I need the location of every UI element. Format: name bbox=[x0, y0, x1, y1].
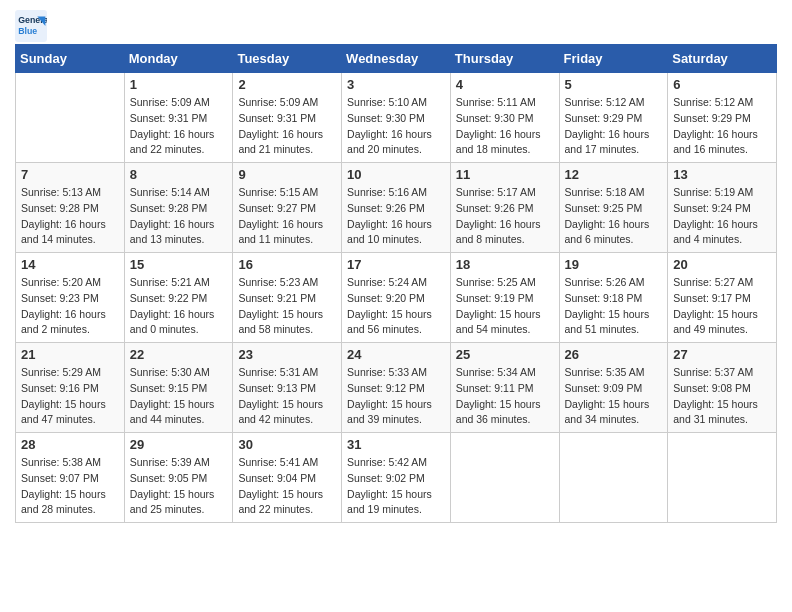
calendar-cell: 19Sunrise: 5:26 AMSunset: 9:18 PMDayligh… bbox=[559, 253, 668, 343]
calendar-cell: 9Sunrise: 5:15 AMSunset: 9:27 PMDaylight… bbox=[233, 163, 342, 253]
header-saturday: Saturday bbox=[668, 45, 777, 73]
calendar-header-row: SundayMondayTuesdayWednesdayThursdayFrid… bbox=[16, 45, 777, 73]
calendar-cell: 8Sunrise: 5:14 AMSunset: 9:28 PMDaylight… bbox=[124, 163, 233, 253]
day-number: 12 bbox=[565, 167, 663, 182]
day-number: 10 bbox=[347, 167, 445, 182]
day-number: 5 bbox=[565, 77, 663, 92]
day-number: 2 bbox=[238, 77, 336, 92]
calendar-cell: 11Sunrise: 5:17 AMSunset: 9:26 PMDayligh… bbox=[450, 163, 559, 253]
day-number: 8 bbox=[130, 167, 228, 182]
day-number: 26 bbox=[565, 347, 663, 362]
svg-text:Blue: Blue bbox=[18, 26, 37, 36]
calendar-week-3: 14Sunrise: 5:20 AMSunset: 9:23 PMDayligh… bbox=[16, 253, 777, 343]
header-monday: Monday bbox=[124, 45, 233, 73]
day-info: Sunrise: 5:30 AMSunset: 9:15 PMDaylight:… bbox=[130, 365, 228, 428]
calendar-cell: 2Sunrise: 5:09 AMSunset: 9:31 PMDaylight… bbox=[233, 73, 342, 163]
day-info: Sunrise: 5:14 AMSunset: 9:28 PMDaylight:… bbox=[130, 185, 228, 248]
calendar-cell: 16Sunrise: 5:23 AMSunset: 9:21 PMDayligh… bbox=[233, 253, 342, 343]
day-info: Sunrise: 5:10 AMSunset: 9:30 PMDaylight:… bbox=[347, 95, 445, 158]
calendar-cell: 13Sunrise: 5:19 AMSunset: 9:24 PMDayligh… bbox=[668, 163, 777, 253]
calendar-cell: 1Sunrise: 5:09 AMSunset: 9:31 PMDaylight… bbox=[124, 73, 233, 163]
calendar-cell bbox=[559, 433, 668, 523]
day-info: Sunrise: 5:16 AMSunset: 9:26 PMDaylight:… bbox=[347, 185, 445, 248]
calendar-cell: 10Sunrise: 5:16 AMSunset: 9:26 PMDayligh… bbox=[342, 163, 451, 253]
day-info: Sunrise: 5:18 AMSunset: 9:25 PMDaylight:… bbox=[565, 185, 663, 248]
calendar-week-4: 21Sunrise: 5:29 AMSunset: 9:16 PMDayligh… bbox=[16, 343, 777, 433]
day-number: 1 bbox=[130, 77, 228, 92]
day-info: Sunrise: 5:38 AMSunset: 9:07 PMDaylight:… bbox=[21, 455, 119, 518]
day-number: 24 bbox=[347, 347, 445, 362]
header-friday: Friday bbox=[559, 45, 668, 73]
calendar-cell: 21Sunrise: 5:29 AMSunset: 9:16 PMDayligh… bbox=[16, 343, 125, 433]
day-info: Sunrise: 5:39 AMSunset: 9:05 PMDaylight:… bbox=[130, 455, 228, 518]
day-number: 28 bbox=[21, 437, 119, 452]
calendar-cell: 14Sunrise: 5:20 AMSunset: 9:23 PMDayligh… bbox=[16, 253, 125, 343]
day-number: 19 bbox=[565, 257, 663, 272]
day-number: 7 bbox=[21, 167, 119, 182]
calendar-cell: 27Sunrise: 5:37 AMSunset: 9:08 PMDayligh… bbox=[668, 343, 777, 433]
calendar-cell bbox=[668, 433, 777, 523]
day-number: 25 bbox=[456, 347, 554, 362]
calendar-cell: 20Sunrise: 5:27 AMSunset: 9:17 PMDayligh… bbox=[668, 253, 777, 343]
calendar-cell: 12Sunrise: 5:18 AMSunset: 9:25 PMDayligh… bbox=[559, 163, 668, 253]
day-info: Sunrise: 5:31 AMSunset: 9:13 PMDaylight:… bbox=[238, 365, 336, 428]
day-info: Sunrise: 5:23 AMSunset: 9:21 PMDaylight:… bbox=[238, 275, 336, 338]
calendar-cell: 6Sunrise: 5:12 AMSunset: 9:29 PMDaylight… bbox=[668, 73, 777, 163]
day-info: Sunrise: 5:24 AMSunset: 9:20 PMDaylight:… bbox=[347, 275, 445, 338]
day-info: Sunrise: 5:37 AMSunset: 9:08 PMDaylight:… bbox=[673, 365, 771, 428]
logo: General Blue bbox=[15, 10, 51, 42]
calendar-cell: 5Sunrise: 5:12 AMSunset: 9:29 PMDaylight… bbox=[559, 73, 668, 163]
calendar-cell: 18Sunrise: 5:25 AMSunset: 9:19 PMDayligh… bbox=[450, 253, 559, 343]
day-number: 3 bbox=[347, 77, 445, 92]
day-number: 23 bbox=[238, 347, 336, 362]
calendar-cell: 31Sunrise: 5:42 AMSunset: 9:02 PMDayligh… bbox=[342, 433, 451, 523]
day-info: Sunrise: 5:25 AMSunset: 9:19 PMDaylight:… bbox=[456, 275, 554, 338]
day-number: 14 bbox=[21, 257, 119, 272]
day-info: Sunrise: 5:11 AMSunset: 9:30 PMDaylight:… bbox=[456, 95, 554, 158]
day-info: Sunrise: 5:20 AMSunset: 9:23 PMDaylight:… bbox=[21, 275, 119, 338]
day-number: 11 bbox=[456, 167, 554, 182]
day-number: 30 bbox=[238, 437, 336, 452]
day-info: Sunrise: 5:17 AMSunset: 9:26 PMDaylight:… bbox=[456, 185, 554, 248]
day-info: Sunrise: 5:41 AMSunset: 9:04 PMDaylight:… bbox=[238, 455, 336, 518]
calendar-cell: 7Sunrise: 5:13 AMSunset: 9:28 PMDaylight… bbox=[16, 163, 125, 253]
day-info: Sunrise: 5:21 AMSunset: 9:22 PMDaylight:… bbox=[130, 275, 228, 338]
header-thursday: Thursday bbox=[450, 45, 559, 73]
day-number: 9 bbox=[238, 167, 336, 182]
calendar-week-2: 7Sunrise: 5:13 AMSunset: 9:28 PMDaylight… bbox=[16, 163, 777, 253]
day-number: 17 bbox=[347, 257, 445, 272]
calendar-week-5: 28Sunrise: 5:38 AMSunset: 9:07 PMDayligh… bbox=[16, 433, 777, 523]
day-number: 15 bbox=[130, 257, 228, 272]
calendar-cell: 4Sunrise: 5:11 AMSunset: 9:30 PMDaylight… bbox=[450, 73, 559, 163]
day-number: 22 bbox=[130, 347, 228, 362]
day-number: 13 bbox=[673, 167, 771, 182]
day-info: Sunrise: 5:15 AMSunset: 9:27 PMDaylight:… bbox=[238, 185, 336, 248]
day-info: Sunrise: 5:27 AMSunset: 9:17 PMDaylight:… bbox=[673, 275, 771, 338]
calendar-table: SundayMondayTuesdayWednesdayThursdayFrid… bbox=[15, 44, 777, 523]
day-info: Sunrise: 5:26 AMSunset: 9:18 PMDaylight:… bbox=[565, 275, 663, 338]
day-info: Sunrise: 5:35 AMSunset: 9:09 PMDaylight:… bbox=[565, 365, 663, 428]
calendar-cell bbox=[16, 73, 125, 163]
calendar-cell bbox=[450, 433, 559, 523]
day-number: 20 bbox=[673, 257, 771, 272]
day-number: 27 bbox=[673, 347, 771, 362]
calendar-cell: 25Sunrise: 5:34 AMSunset: 9:11 PMDayligh… bbox=[450, 343, 559, 433]
day-number: 4 bbox=[456, 77, 554, 92]
page-header: General Blue bbox=[15, 10, 777, 42]
day-info: Sunrise: 5:34 AMSunset: 9:11 PMDaylight:… bbox=[456, 365, 554, 428]
day-number: 21 bbox=[21, 347, 119, 362]
day-number: 16 bbox=[238, 257, 336, 272]
calendar-cell: 29Sunrise: 5:39 AMSunset: 9:05 PMDayligh… bbox=[124, 433, 233, 523]
header-tuesday: Tuesday bbox=[233, 45, 342, 73]
day-info: Sunrise: 5:33 AMSunset: 9:12 PMDaylight:… bbox=[347, 365, 445, 428]
day-info: Sunrise: 5:12 AMSunset: 9:29 PMDaylight:… bbox=[565, 95, 663, 158]
logo-icon: General Blue bbox=[15, 10, 47, 42]
day-info: Sunrise: 5:29 AMSunset: 9:16 PMDaylight:… bbox=[21, 365, 119, 428]
day-info: Sunrise: 5:09 AMSunset: 9:31 PMDaylight:… bbox=[238, 95, 336, 158]
calendar-week-1: 1Sunrise: 5:09 AMSunset: 9:31 PMDaylight… bbox=[16, 73, 777, 163]
calendar-cell: 15Sunrise: 5:21 AMSunset: 9:22 PMDayligh… bbox=[124, 253, 233, 343]
day-number: 6 bbox=[673, 77, 771, 92]
header-wednesday: Wednesday bbox=[342, 45, 451, 73]
header-sunday: Sunday bbox=[16, 45, 125, 73]
calendar-cell: 3Sunrise: 5:10 AMSunset: 9:30 PMDaylight… bbox=[342, 73, 451, 163]
